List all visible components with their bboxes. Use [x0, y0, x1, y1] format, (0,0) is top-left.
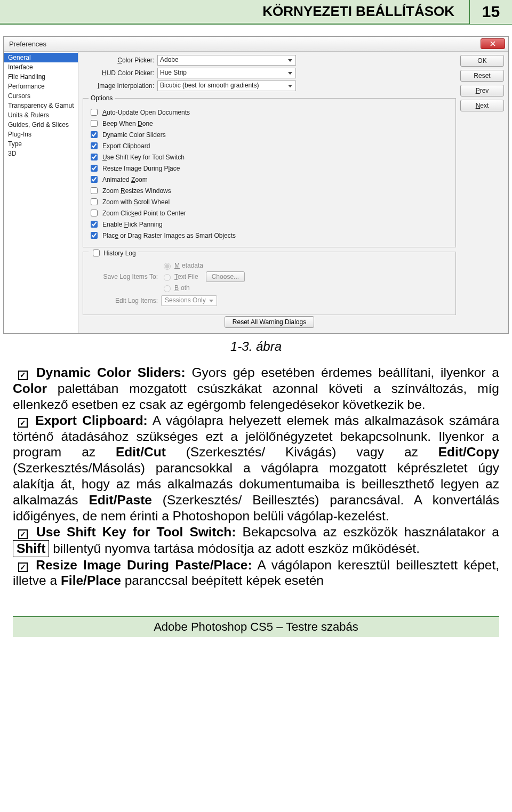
opt-auto-update[interactable]: Auto-Update Open Documents: [89, 107, 450, 117]
opt-resize-place[interactable]: Resize Image During Place: [89, 163, 450, 173]
opt-shift-tool[interactable]: Use Shift Key for Tool Switch: [89, 152, 450, 162]
next-button[interactable]: Next: [460, 100, 504, 111]
page-header-title: KÖRNYEZETI BEÁLLÍTÁSOK: [262, 3, 460, 20]
sidebar-item-transparency[interactable]: Transparency & Gamut: [4, 101, 78, 110]
save-log-label: Save Log Items To:: [89, 273, 158, 280]
options-fieldset: Options Auto-Update Open Documents Beep …: [83, 94, 456, 247]
opt-beep[interactable]: Beep When Done: [89, 118, 450, 128]
ok-button[interactable]: OK: [460, 55, 504, 67]
opt-animated-zoom[interactable]: Animated Zoom: [89, 174, 450, 184]
preferences-dialog: Preferences General Interface File Handl…: [3, 36, 509, 334]
checked-box-icon: ✓: [18, 418, 28, 428]
sidebar-item-performance[interactable]: Performance: [4, 82, 78, 91]
radio-textfile[interactable]: Text FileChoose...: [161, 271, 245, 282]
radio-both[interactable]: Both: [161, 284, 245, 292]
dialog-content: Color Picker: Adobe HUD Color Picker: Hu…: [78, 52, 460, 333]
sidebar-item-3d[interactable]: 3D: [4, 149, 78, 158]
interp-dropdown[interactable]: Bicubic (best for smooth gradients): [157, 81, 296, 91]
checked-box-icon: ✓: [18, 371, 28, 380]
opt-zoom-scroll[interactable]: Zoom with Scroll Wheel: [89, 197, 450, 207]
prev-button[interactable]: Prev: [460, 85, 504, 97]
resize-lead: Resize Image During Paste/Place:: [36, 558, 252, 572]
body-text: ✓ Dynamic Color Sliders: Gyors gép eseté…: [0, 357, 512, 593]
sidebar-item-interface[interactable]: Interface: [4, 62, 78, 72]
shift-key: Shift: [13, 540, 49, 557]
options-legend: Options: [89, 94, 115, 102]
page-number: 15: [469, 0, 512, 24]
reset-warnings-button[interactable]: Reset All Warning Dialogs: [225, 316, 314, 328]
sidebar-item-file-handling[interactable]: File Handling: [4, 72, 78, 82]
edit-log-dropdown[interactable]: Sessions Only: [161, 295, 217, 306]
hud-dropdown[interactable]: Hue Strip: [157, 68, 296, 78]
preferences-sidebar: General Interface File Handling Performa…: [4, 52, 78, 333]
dialog-title: Preferences: [9, 40, 46, 48]
hud-label: HUD Color Picker:: [83, 69, 157, 77]
figure-caption: 1-3. ábra: [0, 339, 512, 354]
opt-zoom-center[interactable]: Zoom Clicked Point to Center: [89, 208, 450, 218]
close-button[interactable]: [481, 38, 505, 49]
choose-button[interactable]: Choose...: [206, 271, 245, 282]
checked-box-icon: ✓: [18, 529, 28, 539]
close-icon: [490, 41, 495, 46]
dialog-buttons: OK Reset Prev Next: [460, 52, 508, 333]
export-lead: Export Clipboard:: [35, 413, 147, 428]
dialog-body: General Interface File Handling Performa…: [4, 52, 508, 333]
opt-dynamic-sliders[interactable]: Dynamic Color Sliders: [89, 130, 450, 140]
sidebar-item-cursors[interactable]: Cursors: [4, 91, 78, 101]
color-picker-dropdown[interactable]: Adobe: [157, 55, 296, 66]
radio-metadata[interactable]: Metadata: [161, 261, 245, 270]
opt-export-clipboard[interactable]: Export Clipboard: [89, 141, 450, 151]
checked-box-icon: ✓: [18, 562, 28, 572]
reset-button[interactable]: Reset: [460, 70, 504, 82]
page-header: KÖRNYEZETI BEÁLLÍTÁSOK 15: [0, 0, 512, 25]
edit-log-label: Edit Log Items:: [89, 297, 158, 304]
opt-flick-panning[interactable]: Enable Flick Panning: [89, 219, 450, 229]
dyncolor-lead: Dynamic Color Sliders:: [36, 365, 186, 380]
sidebar-item-plugins[interactable]: Plug-Ins: [4, 130, 78, 139]
sidebar-item-units[interactable]: Units & Rulers: [4, 110, 78, 120]
history-log-fieldset: History Log Save Log Items To: Metadata …: [83, 252, 456, 315]
interp-label: Image Interpolation:: [83, 82, 157, 90]
dialog-titlebar: Preferences: [4, 37, 508, 52]
opt-zoom-resizes[interactable]: Zoom Resizes Windows: [89, 186, 450, 196]
history-log-legend[interactable]: History Log: [89, 248, 138, 258]
sidebar-item-guides[interactable]: Guides, Grid & Slices: [4, 120, 78, 130]
shift-lead: Use Shift Key for Tool Switch:: [36, 525, 236, 539]
opt-smart-objects[interactable]: Place or Drag Raster Images as Smart Obj…: [89, 230, 450, 240]
sidebar-item-type[interactable]: Type: [4, 139, 78, 149]
history-log-checkbox[interactable]: [93, 250, 100, 256]
page-footer: Adobe Photoshop CS5 – Testre szabás: [13, 616, 499, 637]
color-picker-label: Color Picker:: [83, 57, 157, 64]
sidebar-item-general[interactable]: General: [4, 53, 78, 62]
